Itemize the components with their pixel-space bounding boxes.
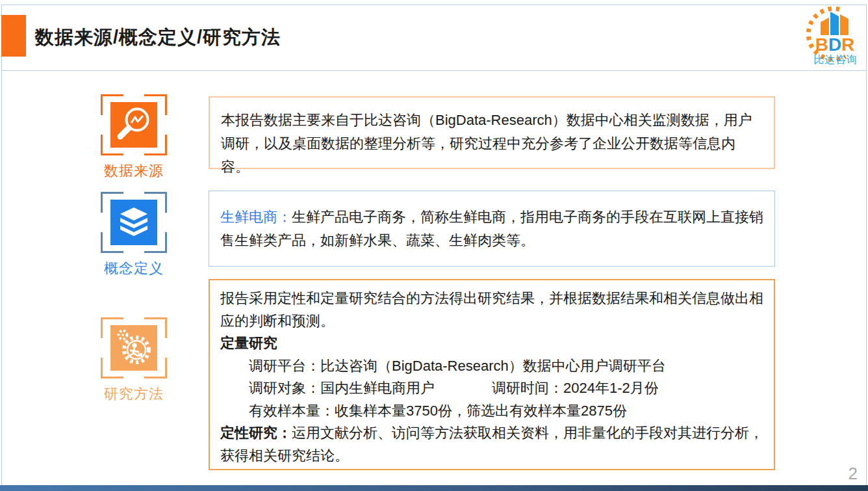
method-quant-subject-time: 调研对象：国内生鲜电商用户 调研时间：2024年1-2月份: [220, 377, 763, 400]
method-quant-sample: 有效样本量：收集样本量3750份，筛选出有效样本量2875份: [220, 400, 763, 423]
logo-bdr-text: BDR: [815, 34, 855, 55]
method-qual-line: 定性研究：运用文献分析、访问等方法获取相关资料，用非量化的手段对其进行分析，获得…: [220, 422, 763, 467]
page-number: 2: [849, 464, 858, 484]
method-quant-platform: 调研平台：比达咨询（BigData-Research）数据中心用户调研平台: [220, 355, 763, 378]
section-data-source: 数据来源: [99, 94, 169, 181]
slide: 数据来源/概念定义/研究方法 BDR 比达咨询 数据来源: [0, 0, 868, 491]
logo-pennant-orange-right: [840, 14, 849, 35]
section-label-method: 研究方法: [104, 384, 164, 404]
footer-bar: [0, 485, 868, 491]
logo-caption: 比达咨询: [813, 54, 858, 65]
section-definition: 概念定义: [99, 192, 169, 278]
logo-pennant-orange-left: [821, 18, 829, 35]
bdr-logo-icon: BDR 比达咨询: [802, 4, 862, 68]
data-source-text: 本报告数据主要来自于比达咨询（BigData-Research）数据中心相关监测…: [221, 112, 752, 175]
section-label-definition: 概念定义: [104, 259, 164, 278]
method-quant-heading: 定量研究: [220, 332, 763, 355]
data-source-box: 本报告数据主要来自于比达咨询（BigData-Research）数据中心相关监测…: [209, 96, 775, 169]
bdr-logo: BDR 比达咨询: [802, 4, 862, 68]
method-qual-text: 运用文献分析、访问等方法获取相关资料，用非量化的手段对其进行分析，获得相关研究结…: [220, 425, 763, 464]
section-label-data-source: 数据来源: [104, 161, 164, 181]
title-accent-block: [1, 15, 26, 57]
section-method: 研究方法: [99, 317, 169, 404]
method-qual-heading: 定性研究：: [220, 425, 292, 441]
definition-box: 生鲜电商：生鲜产品电子商务，简称生鲜电商，指用电子商务的手段在互联网上直接销售生…: [209, 191, 775, 267]
definition-text: 生鲜产品电子商务，简称生鲜电商，指用电子商务的手段在互联网上直接销售生鲜类产品，…: [220, 209, 763, 248]
method-box: 报告采用定性和定量研究结合的方法得出研究结果，并根据数据结果和相关信息做出相应的…: [209, 279, 775, 470]
method-intro: 报告采用定性和定量研究结合的方法得出研究结果，并根据数据结果和相关信息做出相应的…: [220, 287, 763, 332]
bracket-frame-soft-orange: [101, 317, 167, 378]
logo-pennant-blue: [830, 12, 839, 35]
bracket-frame-blue: [101, 192, 167, 253]
gears-person-icon: [110, 325, 157, 371]
bracket-frame-orange: [101, 94, 167, 155]
layers-stack-icon: [110, 200, 157, 245]
page-title: 数据来源/概念定义/研究方法: [35, 25, 281, 51]
definition-term: 生鲜电商：: [220, 209, 292, 225]
magnifier-chart-icon: [110, 102, 157, 148]
header-divider: [1, 70, 867, 71]
